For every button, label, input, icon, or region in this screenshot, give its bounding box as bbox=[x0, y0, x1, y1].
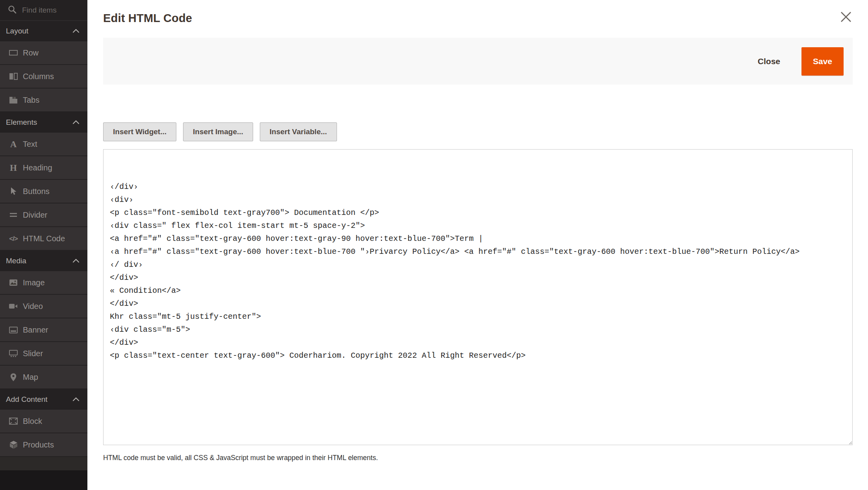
map-pin-icon bbox=[9, 373, 18, 381]
sidebar-item-label: Buttons bbox=[23, 187, 50, 196]
close-icon[interactable] bbox=[839, 10, 853, 24]
sidebar-item-text[interactable]: A Text bbox=[0, 133, 87, 155]
search-icon bbox=[8, 5, 17, 15]
close-button[interactable]: Close bbox=[758, 57, 780, 66]
sidebar-item-image[interactable]: Image bbox=[0, 271, 87, 294]
sidebar-item-label: Text bbox=[23, 140, 37, 149]
sidebar-item-label: Map bbox=[23, 373, 38, 382]
sidebar-item-video[interactable]: Video bbox=[0, 295, 87, 318]
sidebar-item-html-code[interactable]: </> HTML Code bbox=[0, 227, 87, 250]
modal-header: Edit HTML Code bbox=[103, 0, 853, 38]
text-icon: A bbox=[9, 140, 18, 149]
sidebar-item-heading[interactable]: H Heading bbox=[0, 156, 87, 179]
sidebar-item-label: Divider bbox=[23, 211, 47, 220]
sidebar-item-label: Slider bbox=[23, 349, 43, 358]
section-header-elements[interactable]: Elements bbox=[0, 112, 87, 133]
products-icon bbox=[9, 440, 18, 449]
sidebar-filler bbox=[0, 457, 87, 470]
heading-icon: H bbox=[9, 163, 18, 172]
sidebar-item-buttons[interactable]: Buttons bbox=[0, 180, 87, 203]
html-code-textarea[interactable] bbox=[103, 149, 853, 445]
validation-note: HTML code must be valid, all CSS & JavaS… bbox=[103, 454, 853, 462]
sidebar-item-row[interactable]: Row bbox=[0, 41, 87, 64]
sidebar-item-label: Heading bbox=[23, 163, 52, 172]
edit-html-modal: Edit HTML Code Close Save Insert Widget.… bbox=[87, 0, 868, 490]
banner-icon bbox=[9, 327, 18, 333]
sidebar-item-block[interactable]: Block bbox=[0, 410, 87, 433]
modal-toolbar: Close Save bbox=[103, 38, 853, 85]
video-icon bbox=[9, 303, 18, 309]
section-label: Layout bbox=[6, 27, 28, 35]
sidebar-item-columns[interactable]: Columns bbox=[0, 65, 87, 88]
sidebar-item-label: Video bbox=[23, 302, 43, 311]
divider-icon bbox=[9, 213, 18, 217]
section-label: Media bbox=[6, 257, 26, 265]
sidebar-item-label: Row bbox=[23, 48, 39, 57]
section-header-media[interactable]: Media bbox=[0, 251, 87, 271]
section-label: Elements bbox=[6, 118, 37, 127]
save-button[interactable]: Save bbox=[801, 47, 844, 76]
sidebar-item-label: Tabs bbox=[23, 96, 39, 105]
sidebar-item-label: Image bbox=[23, 278, 45, 287]
panel-sidebar: Layout Row Columns Tabs Elements bbox=[0, 0, 87, 490]
sidebar-item-divider[interactable]: Divider bbox=[0, 203, 87, 226]
code-icon: </> bbox=[9, 235, 18, 242]
insert-widget-button[interactable]: Insert Widget... bbox=[103, 122, 176, 141]
sidebar-item-label: Banner bbox=[23, 325, 48, 335]
chevron-up-icon bbox=[72, 257, 80, 264]
sidebar-item-label: HTML Code bbox=[23, 234, 65, 243]
sidebar-item-products[interactable]: Products bbox=[0, 433, 87, 456]
insert-image-button[interactable]: Insert Image... bbox=[183, 122, 253, 141]
cursor-icon bbox=[9, 187, 18, 196]
insert-buttons-row: Insert Widget... Insert Image... Insert … bbox=[103, 122, 853, 141]
insert-variable-button[interactable]: Insert Variable... bbox=[260, 122, 337, 141]
chevron-up-icon bbox=[72, 119, 80, 126]
panel-search bbox=[0, 0, 87, 21]
section-label: Add Content bbox=[6, 395, 48, 404]
chevron-up-icon bbox=[72, 28, 80, 35]
section-header-add-content[interactable]: Add Content bbox=[0, 389, 87, 410]
search-input[interactable] bbox=[22, 6, 73, 15]
row-icon bbox=[9, 50, 18, 56]
page-title: Edit HTML Code bbox=[103, 12, 853, 25]
sidebar-item-banner[interactable]: Banner bbox=[0, 318, 87, 341]
columns-icon bbox=[9, 73, 18, 80]
section-header-layout[interactable]: Layout bbox=[0, 21, 87, 41]
chevron-up-icon bbox=[72, 396, 80, 403]
image-icon bbox=[9, 279, 18, 286]
sidebar-item-slider[interactable]: Slider bbox=[0, 342, 87, 365]
slider-icon bbox=[9, 350, 18, 357]
sidebar-item-label: Columns bbox=[23, 72, 54, 81]
sidebar-bottom bbox=[0, 470, 87, 490]
tabs-icon bbox=[9, 96, 18, 104]
sidebar-item-label: Block bbox=[23, 417, 42, 426]
block-icon bbox=[9, 418, 18, 425]
sidebar-item-label: Products bbox=[23, 440, 54, 449]
page-builder-app: Layout Row Columns Tabs Elements bbox=[0, 0, 868, 490]
sidebar-item-tabs[interactable]: Tabs bbox=[0, 89, 87, 111]
sidebar-item-map[interactable]: Map bbox=[0, 366, 87, 388]
